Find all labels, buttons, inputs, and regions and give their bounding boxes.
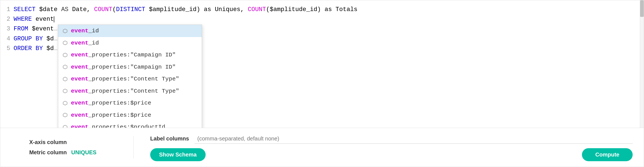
line-number-4: 4: [5, 34, 10, 44]
label-columns-input[interactable]: [195, 134, 633, 144]
autocomplete-item-6[interactable]: event_properties:$price: [58, 97, 202, 109]
svg-marker-5: [63, 89, 67, 93]
truncated-4: …: [54, 34, 57, 44]
keyword-group-by: GROUP BY: [14, 34, 47, 44]
show-schema-button[interactable]: Show Schema: [150, 148, 206, 161]
item-text-3: event_properties:"Campaign ID": [71, 63, 176, 72]
item-text-4: event_properties:"Content Type": [71, 75, 179, 84]
autocomplete-item-4[interactable]: event_properties:"Content Type": [58, 73, 202, 85]
count-1-args: (: [112, 5, 116, 14]
x-axis-label: X-axis column: [11, 139, 67, 145]
autocomplete-item-7[interactable]: event_properties:$price: [58, 109, 202, 121]
autocomplete-item-2[interactable]: event_properties:"Campaign ID": [58, 49, 202, 61]
label-date: Date,: [68, 5, 94, 14]
where-value: event: [35, 14, 54, 24]
autocomplete-item-0[interactable]: event_id: [58, 25, 202, 37]
item-text-8: event_properties:$productId: [71, 123, 165, 128]
svg-marker-1: [63, 41, 67, 45]
metric-value: UNIQUES: [71, 149, 96, 156]
item-icon-4: [62, 76, 68, 82]
compute-button[interactable]: Compute: [582, 148, 633, 161]
item-text-2: event_properties:"Campaign ID": [71, 51, 176, 59]
svg-marker-2: [63, 53, 67, 57]
truncated-5: …: [54, 44, 57, 53]
left-controls: X-axis column Metric column UNIQUES: [11, 139, 117, 156]
right-controls: Label columns Show Schema Compute: [150, 134, 633, 161]
svg-marker-0: [63, 29, 67, 33]
item-icon-7: [62, 112, 68, 118]
item-text-5: event_properties:"Content Type": [71, 87, 179, 96]
order-value: $d: [47, 44, 54, 53]
line-numbers: 1 2 3 4 5: [0, 0, 14, 128]
label-columns-row: Label columns: [150, 134, 633, 144]
main-container: 1 2 3 4 5 SELECT $date AS Date, COUNT ( …: [0, 0, 644, 167]
keyword-where: WHERE: [14, 14, 35, 24]
item-icon-1: [62, 40, 68, 46]
as-uniques: as: [204, 5, 211, 14]
keyword-distinct: DISTINCT: [116, 5, 145, 14]
autocomplete-item-5[interactable]: event_properties:"Content Type": [58, 85, 202, 97]
svg-marker-3: [63, 65, 67, 69]
keyword-as-1: AS: [61, 5, 68, 14]
editor-section: 1 2 3 4 5 SELECT $date AS Date, COUNT ( …: [0, 0, 644, 128]
item-icon-5: [62, 88, 68, 94]
var-date: $date: [39, 5, 61, 14]
item-icon-8: [62, 124, 68, 128]
bottom-section: X-axis column Metric column UNIQUES Labe…: [0, 128, 644, 167]
item-icon-2: [62, 52, 68, 58]
metric-row: Metric column UNIQUES: [11, 149, 117, 156]
truncated-3: …: [54, 24, 57, 34]
code-line-2: WHERE event: [14, 14, 640, 24]
line-number-2: 2: [5, 14, 10, 24]
editor-scrollbar[interactable]: [640, 0, 644, 128]
item-icon-0: [62, 28, 68, 34]
label-columns-label: Label columns: [150, 135, 189, 142]
line-number-5: 5: [5, 44, 10, 53]
fn-count-1: COUNT: [94, 5, 112, 14]
item-icon-3: [62, 64, 68, 70]
item-text-1: event_id: [71, 39, 99, 48]
autocomplete-item-1[interactable]: event_id: [58, 37, 202, 49]
group-value: $d: [47, 34, 54, 44]
code-line-1: SELECT $date AS Date, COUNT ( DISTINCT $…: [14, 5, 640, 14]
as-totals: as: [324, 5, 332, 14]
label-uniques: Uniques,: [211, 5, 248, 14]
svg-marker-7: [63, 113, 67, 117]
x-axis-row: X-axis column: [11, 139, 117, 145]
autocomplete-dropdown[interactable]: event_id event_id: [58, 25, 202, 128]
svg-marker-8: [63, 125, 67, 128]
item-icon-6: [62, 100, 68, 106]
item-text-6: event_properties:$price: [71, 99, 151, 108]
buttons-row: Show Schema Compute: [150, 148, 633, 161]
line-number-1: 1: [5, 5, 10, 14]
keyword-order-by: ORDER BY: [14, 44, 47, 53]
count-2-args: ($amplitude_id): [266, 5, 324, 14]
svg-marker-6: [63, 101, 67, 105]
vertical-divider: [133, 136, 134, 158]
count-1-var: $amplitude_id): [145, 5, 204, 14]
text-cursor: [54, 16, 54, 22]
scrollbar-thumb[interactable]: [640, 0, 644, 17]
svg-marker-4: [63, 77, 67, 81]
line-number-3: 3: [5, 24, 10, 34]
fn-count-2: COUNT: [248, 5, 266, 14]
item-text-7: event_properties:$price: [71, 111, 151, 120]
keyword-select: SELECT: [14, 5, 39, 14]
autocomplete-item-8[interactable]: event_properties:$productId: [58, 121, 202, 128]
metric-label: Metric column: [11, 149, 67, 156]
code-editor[interactable]: SELECT $date AS Date, COUNT ( DISTINCT $…: [14, 0, 640, 128]
label-totals: Totals: [332, 5, 357, 14]
item-text-0: event_id: [71, 27, 99, 35]
keyword-from: FROM: [14, 24, 32, 34]
from-value: $event: [32, 24, 54, 34]
autocomplete-item-3[interactable]: event_properties:"Campaign ID": [58, 61, 202, 73]
